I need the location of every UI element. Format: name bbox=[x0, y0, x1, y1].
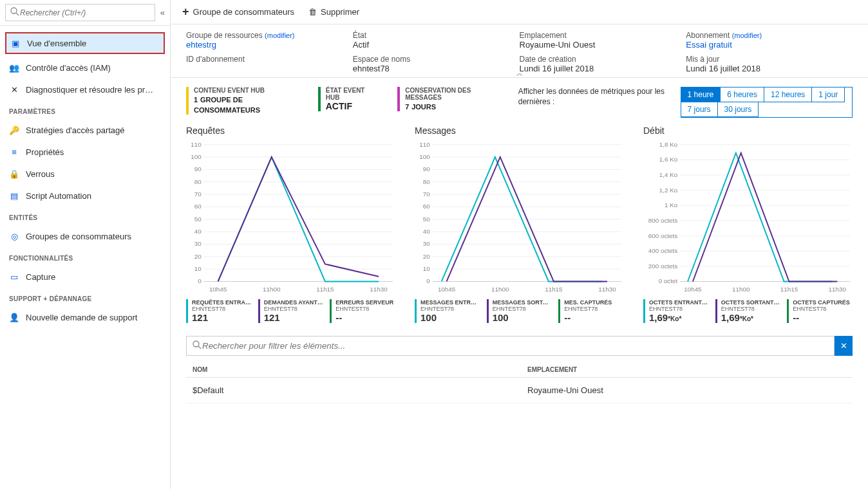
add-consumer-group-button[interactable]: + Groupe de consommateurs bbox=[182, 5, 294, 19]
col-loc-header[interactable]: EMPLACEMENT bbox=[527, 366, 846, 373]
time-option[interactable]: 1 heure bbox=[681, 88, 721, 102]
svg-text:10: 10 bbox=[194, 265, 202, 272]
time-prompt: Afficher les données de métriques pour l… bbox=[518, 87, 673, 107]
svg-text:80: 80 bbox=[194, 178, 202, 185]
sidebar-item-diagnose[interactable]: ✕ Diagnostiquer et résoudre les pr… bbox=[0, 78, 170, 100]
rg-value[interactable]: ehtestrg bbox=[186, 40, 353, 50]
sidebar-item-locks[interactable]: 🔒 Verrous bbox=[0, 163, 170, 185]
status-value: Actif bbox=[353, 40, 520, 50]
sidebar-item-label: Vue d'ensemble bbox=[27, 39, 86, 48]
pill-label: CONSERVATION DES MESSAGES bbox=[405, 87, 493, 101]
svg-text:1,2 Ko: 1,2 Ko bbox=[659, 187, 678, 194]
collapse-icon[interactable]: « bbox=[160, 8, 165, 17]
chart-title: Requêtes bbox=[186, 125, 395, 136]
table-body: $DefaultRoyaume-Uni Ouest bbox=[186, 378, 853, 403]
sidebar-search: « bbox=[0, 0, 170, 26]
stat-item: ERREURS SERVEUREHNTEST78-- bbox=[330, 299, 395, 323]
sidebar-item-capture[interactable]: ▭ Capture bbox=[0, 266, 170, 288]
filter-row: ✕ bbox=[186, 336, 853, 356]
svg-text:11h15: 11h15 bbox=[780, 286, 798, 293]
svg-text:10h45: 10h45 bbox=[209, 286, 227, 293]
chart-title: Débit bbox=[643, 125, 853, 136]
chart-area[interactable]: 0 octet200 octets400 octets600 octets800… bbox=[643, 141, 853, 295]
chevron-up-icon[interactable]: ︽ bbox=[516, 69, 523, 78]
svg-text:600 octets: 600 octets bbox=[648, 232, 677, 239]
created-value: Lundi 16 juillet 2018 bbox=[520, 64, 686, 73]
search-icon bbox=[192, 340, 202, 352]
svg-text:11h30: 11h30 bbox=[370, 286, 388, 293]
filter-box[interactable] bbox=[186, 336, 835, 356]
updated-value: Lundi 16 juillet 2018 bbox=[686, 64, 853, 73]
button-label: Groupe de consommateurs bbox=[193, 7, 295, 17]
filter-input[interactable] bbox=[202, 341, 829, 351]
chart-area[interactable]: 010203040506070809010011010h4511h0011h15… bbox=[186, 141, 395, 295]
menu: ▣ Vue d'ensemble 👥 Contrôle d'accès (IAM… bbox=[0, 26, 170, 332]
time-option[interactable]: 7 jours bbox=[681, 102, 718, 117]
time-option[interactable]: 30 jours bbox=[718, 102, 759, 117]
sidebar: « ▣ Vue d'ensemble 👥 Contrôle d'accès (I… bbox=[0, 0, 171, 489]
time-option[interactable]: 6 heures bbox=[721, 88, 764, 102]
close-button[interactable]: ✕ bbox=[835, 336, 853, 356]
sidebar-item-properties[interactable]: ≡ Propriétés bbox=[0, 141, 170, 163]
sidebar-item-overview[interactable]: ▣ Vue d'ensemble bbox=[5, 32, 165, 54]
chart-stats: MESSAGES ENTRANTS…EHNTEST78100MESSAGES S… bbox=[415, 299, 624, 323]
modify-link[interactable]: (modifier) bbox=[265, 32, 294, 39]
sidebar-item-iam[interactable]: 👥 Contrôle d'accès (IAM) bbox=[0, 57, 170, 78]
svg-text:110: 110 bbox=[191, 141, 202, 148]
stat-item: OCTETS SORTANTS (…EHNTEST781,69*Ko* bbox=[715, 299, 781, 323]
svg-text:11h15: 11h15 bbox=[316, 286, 334, 293]
pill-unit: JOURS bbox=[411, 103, 436, 111]
stat-item: OCTETS ENTRANTS (…EHNTEST781,69*Ko* bbox=[643, 299, 709, 323]
cell-name: $Default bbox=[193, 385, 527, 395]
chart-area[interactable]: 010203040506070809010011010h4511h0011h15… bbox=[415, 141, 624, 295]
sidebar-item-consumer-groups[interactable]: ◎ Groupes de consommateurs bbox=[0, 225, 170, 247]
sidebar-item-label: Groupes de consommateurs bbox=[26, 232, 131, 241]
button-label: Supprimer bbox=[321, 7, 359, 17]
content: CONTENU EVENT HUB 1 GROUPE DE CONSOMMATE… bbox=[171, 78, 868, 489]
svg-text:0: 0 bbox=[198, 277, 202, 284]
svg-text:70: 70 bbox=[194, 190, 202, 198]
time-buttons: 1 heure6 heures12 heures1 jour7 jours30 … bbox=[681, 87, 853, 118]
svg-text:400 octets: 400 octets bbox=[648, 247, 677, 254]
time-option[interactable]: 12 heures bbox=[764, 88, 812, 102]
col-name-header[interactable]: NOM bbox=[193, 366, 527, 373]
tools-icon: ✕ bbox=[9, 84, 19, 95]
svg-text:200 octets: 200 octets bbox=[648, 263, 677, 270]
pill-retention: CONSERVATION DES MESSAGES 7 JOURS bbox=[397, 87, 493, 111]
menu-header-settings: PARAMÈTRES bbox=[0, 100, 170, 119]
pill-value: 7 bbox=[405, 103, 409, 111]
sub-value[interactable]: Essai gratuit bbox=[686, 40, 853, 50]
trash-icon: 🗑 bbox=[308, 7, 317, 17]
svg-text:100: 100 bbox=[191, 153, 202, 160]
search-input[interactable] bbox=[20, 8, 151, 17]
svg-text:11h30: 11h30 bbox=[829, 286, 847, 293]
search-box[interactable] bbox=[5, 4, 155, 21]
plus-icon: + bbox=[182, 5, 189, 19]
svg-text:11h00: 11h00 bbox=[491, 286, 509, 293]
capture-icon: ▭ bbox=[9, 272, 19, 282]
svg-text:800 octets: 800 octets bbox=[648, 217, 677, 224]
lock-icon: 🔒 bbox=[9, 169, 19, 179]
svg-text:90: 90 bbox=[423, 165, 430, 172]
ns-value: ehntest78 bbox=[353, 64, 520, 73]
chart-column: Messages010203040506070809010011010h4511… bbox=[415, 125, 624, 323]
svg-text:10h45: 10h45 bbox=[684, 286, 702, 293]
rg-label: Groupe de ressources bbox=[186, 31, 263, 40]
chart-stats: OCTETS ENTRANTS (…EHNTEST781,69*Ko*OCTET… bbox=[643, 299, 853, 323]
script-icon: ▤ bbox=[9, 190, 19, 201]
svg-text:1,4 Ko: 1,4 Ko bbox=[659, 171, 678, 178]
time-option[interactable]: 1 jour bbox=[812, 88, 845, 102]
table-row[interactable]: $DefaultRoyaume-Uni Ouest bbox=[186, 378, 853, 403]
svg-text:11h15: 11h15 bbox=[545, 286, 563, 293]
stat-item: DEMANDES AYANT RÉUSSIEHNTEST78121 bbox=[258, 299, 324, 323]
modify-link[interactable]: (modifier) bbox=[732, 32, 762, 39]
main: + Groupe de consommateurs 🗑 Supprimer Gr… bbox=[171, 0, 868, 489]
subid-label: ID d'abonnement bbox=[186, 55, 353, 64]
delete-button[interactable]: 🗑 Supprimer bbox=[308, 7, 359, 17]
chart-column: Requêtes010203040506070809010011010h4511… bbox=[186, 125, 395, 323]
svg-text:30: 30 bbox=[423, 240, 430, 247]
sidebar-item-shared-access[interactable]: 🔑 Stratégies d'accès partagé bbox=[0, 119, 170, 141]
sidebar-item-script[interactable]: ▤ Script Automation bbox=[0, 185, 170, 207]
sidebar-item-new-support[interactable]: 👤 Nouvelle demande de support bbox=[0, 306, 170, 328]
charts: Requêtes010203040506070809010011010h4511… bbox=[186, 125, 853, 323]
